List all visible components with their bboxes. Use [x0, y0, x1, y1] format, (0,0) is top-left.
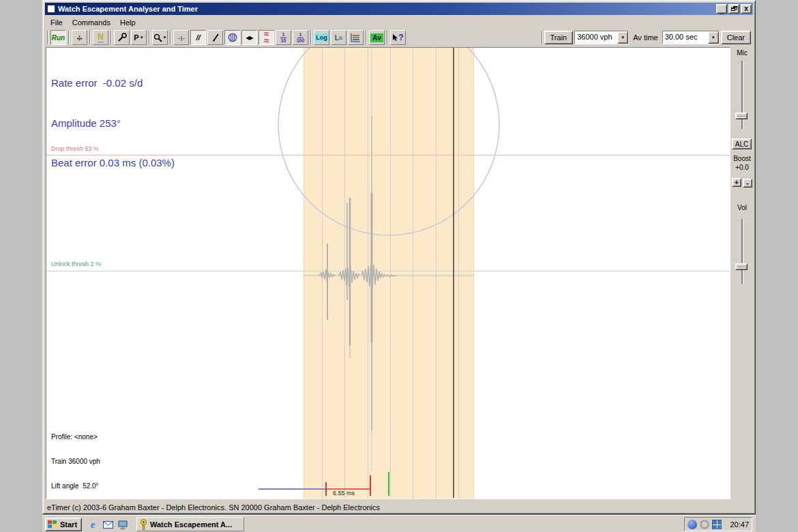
- quicklaunch-mail-icon[interactable]: [102, 519, 113, 530]
- quicklaunch-ie-icon[interactable]: e: [87, 519, 98, 530]
- desktop-icon: [118, 520, 128, 529]
- av-time-value: 30.00 sec: [663, 31, 708, 44]
- center-icon: →|←: [176, 35, 186, 41]
- log-wave-icon: L≈: [335, 34, 343, 42]
- toolbar-separator: [110, 31, 112, 44]
- quicklaunch-desktop-icon[interactable]: [117, 519, 128, 530]
- measurement-value-label: 6.55 ms: [333, 490, 355, 497]
- average-icon: Av: [370, 33, 383, 42]
- pen-button[interactable]: [207, 30, 223, 45]
- unlock-threshold-label: Unlock thresh 2 %: [51, 261, 101, 267]
- move-icon: ↔↕: [74, 32, 85, 43]
- trace-button[interactable]: [348, 30, 364, 45]
- toolbar: Run ↔↕ N P▼ ▼ →|← // ◀▶: [46, 29, 752, 46]
- minimize-button[interactable]: _: [716, 4, 727, 14]
- toolbar-separator: [310, 31, 312, 44]
- train-dropdown-button[interactable]: ▼: [617, 31, 628, 44]
- task-label: Watch Escapement A...: [150, 520, 232, 529]
- toolbar-separator: [542, 31, 543, 44]
- wrench-icon: [117, 32, 128, 43]
- polar-circle: [278, 48, 499, 235]
- parallel-button[interactable]: //: [190, 30, 206, 45]
- hundredth-button[interactable]: 1100: [293, 30, 308, 45]
- profile-button[interactable]: P▼: [131, 30, 147, 45]
- zoom-button[interactable]: ▼: [152, 30, 168, 45]
- restore-button[interactable]: [728, 4, 739, 14]
- one-tenth-icon: 110: [280, 33, 286, 43]
- train-combobox[interactable]: 36000 vph ▼: [574, 31, 629, 44]
- close-icon: x: [744, 5, 748, 12]
- average-button[interactable]: Av: [369, 30, 385, 45]
- boost-value: +0.0: [730, 164, 754, 171]
- polar-button[interactable]: [224, 30, 240, 45]
- info-line: Lift angle 52.0°: [51, 482, 178, 490]
- rate-error-readout: Rate error -0.02 s/d: [51, 76, 175, 90]
- drop-threshold-label: Drop thresh 53 %: [51, 145, 99, 152]
- info-line: Train 36000 vph: [51, 458, 178, 466]
- one-hundredth-icon: 1100: [297, 33, 305, 43]
- arrows-icon: ◀▶: [246, 35, 252, 41]
- app-icon: [47, 5, 55, 13]
- toolbar-right-controls: Train 36000 vph ▼ Av time 30.00 sec ▼ Cl…: [540, 29, 751, 46]
- app-key-icon: [140, 519, 147, 530]
- start-label: Start: [60, 520, 77, 529]
- av-time-dropdown-button[interactable]: ▼: [708, 31, 719, 44]
- taskbar-task-button[interactable]: Watch Escapement A...: [136, 517, 244, 531]
- wave-button[interactable]: ≈≈: [258, 30, 274, 45]
- chevron-down-icon: ▼: [621, 35, 625, 40]
- log-button[interactable]: Log: [314, 30, 329, 45]
- taskbar-clock[interactable]: 20:47: [730, 520, 749, 529]
- vol-slider-track[interactable]: [741, 219, 743, 284]
- tray-network-icon[interactable]: [712, 520, 722, 529]
- titlebar[interactable]: Watch Escapement Analyser and Timer _ x: [45, 3, 753, 15]
- toolbar-separator: [89, 31, 91, 44]
- clear-button[interactable]: Clear: [721, 31, 751, 44]
- menu-file[interactable]: File: [46, 17, 68, 28]
- status-info-block: Profile: <none> Train 36000 vph Lift ang…: [51, 417, 178, 499]
- pan-button[interactable]: ↔↕: [72, 30, 87, 45]
- alc-button[interactable]: ALC: [732, 138, 752, 149]
- restore-icon: [731, 6, 737, 12]
- log-wave-button[interactable]: L≈: [331, 30, 346, 45]
- chevron-down-icon: ▼: [711, 35, 715, 40]
- windows-logo-icon: [48, 520, 57, 529]
- toolbar-separator: [387, 31, 388, 44]
- info-line: Profile: <none>: [51, 433, 178, 441]
- train-button[interactable]: Train: [544, 31, 574, 44]
- mic-label: Mic: [730, 49, 754, 57]
- mic-slider-thumb[interactable]: [735, 113, 748, 119]
- envelope-icon: [103, 521, 113, 529]
- setup-button[interactable]: [114, 30, 130, 45]
- av-time-combobox[interactable]: 30.00 sec ▼: [662, 31, 720, 44]
- note-icon: N: [98, 32, 104, 43]
- center-button[interactable]: →|←: [173, 30, 189, 45]
- boost-label: Boost: [730, 155, 754, 162]
- tray-volume-icon[interactable]: [688, 520, 697, 529]
- boost-plus-button[interactable]: +: [732, 178, 741, 187]
- taskbar: Start e Watch Escapement A... 20:47: [42, 515, 756, 532]
- beat-waveform: [319, 116, 396, 431]
- width-button[interactable]: ◀▶: [241, 30, 257, 45]
- marker-button[interactable]: N: [93, 30, 108, 45]
- vol-slider-thumb[interactable]: [735, 263, 748, 270]
- pen-icon: [211, 33, 220, 42]
- system-tray: 20:47: [684, 517, 752, 531]
- flag-dropdown-icon: P: [134, 33, 138, 42]
- toolbar-separator: [149, 31, 150, 44]
- tray-scheduler-icon[interactable]: [700, 520, 709, 529]
- menu-commands[interactable]: Commands: [68, 17, 115, 28]
- log-icon: Log: [314, 33, 329, 42]
- menu-help[interactable]: Help: [115, 17, 141, 28]
- close-button[interactable]: x: [741, 4, 752, 14]
- tenth-button[interactable]: 110: [276, 30, 291, 45]
- magnifier-dropdown-icon: [153, 33, 162, 42]
- status-text: eTimer (c) 2003-6 Graham Baxter - Delph …: [47, 503, 380, 512]
- measurement-readout: Rate error -0.02 s/d Amplitude 253° Beat…: [51, 50, 175, 196]
- parallel-lines-icon: //: [196, 33, 200, 42]
- dropdown-icon: ▼: [163, 35, 167, 40]
- wave-icon: ≈≈: [264, 31, 269, 44]
- run-button[interactable]: Run: [50, 30, 66, 45]
- context-help-button[interactable]: ?: [390, 30, 406, 45]
- start-button[interactable]: Start: [45, 518, 82, 531]
- boost-minus-button[interactable]: -: [743, 179, 752, 188]
